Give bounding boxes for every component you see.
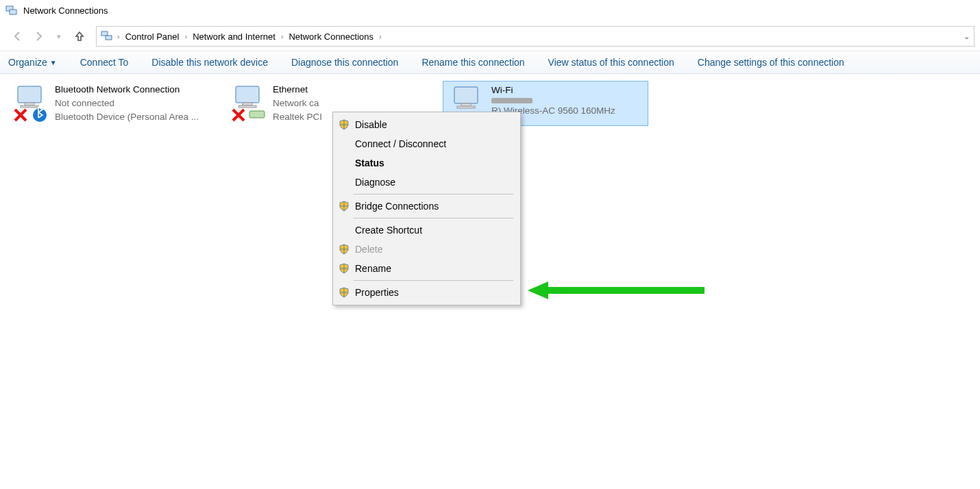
svg-rect-1 [10, 10, 16, 14]
context-menu-label: Rename [355, 263, 391, 274]
breadcrumb-bar[interactable]: › Control Panel › Network and Internet ›… [96, 26, 975, 47]
window-title: Network Connections [23, 5, 108, 16]
context-menu-label: Create Shortcut [355, 225, 422, 236]
disable-device-button[interactable]: Disable this network device [151, 57, 268, 68]
change-settings-button[interactable]: Change settings of this connection [698, 57, 844, 68]
title-bar: Network Connections [0, 0, 980, 22]
svg-rect-3 [106, 36, 112, 40]
context-menu-disable[interactable]: Disable [333, 115, 520, 134]
svg-rect-4 [18, 86, 41, 103]
breadcrumb-separator: › [116, 32, 121, 40]
uac-shield-icon [337, 244, 351, 255]
connection-name: Wi-Fi [491, 84, 615, 97]
context-menu-diagnose[interactable]: Diagnose [333, 173, 520, 192]
ethernet-connection-icon [229, 84, 267, 122]
annotation-arrow [528, 279, 706, 302]
context-menu-create-shortcut[interactable]: Create Shortcut [333, 221, 520, 240]
command-bar: Organize ▼ Connect To Disable this netwo… [0, 51, 980, 74]
context-menu-label: Delete [355, 244, 382, 255]
view-status-button[interactable]: View status of this connection [548, 57, 674, 68]
context-menu-delete: Delete [333, 240, 520, 259]
svg-rect-16 [454, 87, 478, 103]
connect-to-button[interactable]: Connect To [80, 57, 129, 68]
menu-separator [354, 194, 513, 195]
context-menu: Disable Connect / Disconnect Status Diag… [332, 112, 521, 305]
network-connections-icon [5, 5, 18, 17]
svg-marker-19 [528, 281, 705, 299]
context-menu-connect-disconnect[interactable]: Connect / Disconnect [333, 134, 520, 153]
address-row: ▾ › Control Panel › Network and Internet… [0, 22, 980, 51]
context-menu-rename[interactable]: Rename [333, 259, 520, 278]
connection-device: Bluetooth Device (Personal Area ... [55, 111, 199, 123]
svg-point-9 [33, 108, 47, 122]
context-menu-status[interactable]: Status [333, 153, 520, 173]
uac-shield-icon [337, 201, 351, 212]
uac-shield-icon [337, 287, 351, 298]
organize-label: Organize [8, 57, 47, 68]
connection-status [491, 98, 532, 103]
svg-rect-18 [457, 106, 475, 108]
network-folder-icon [101, 30, 113, 42]
menu-separator [354, 280, 513, 281]
recent-locations-button[interactable]: ▾ [49, 27, 69, 46]
context-menu-bridge[interactable]: Bridge Connections [333, 197, 520, 216]
breadcrumb-separator: › [183, 32, 188, 40]
breadcrumb-separator: › [378, 32, 383, 40]
connection-device: Realtek PCI [273, 111, 322, 123]
svg-rect-12 [238, 105, 256, 108]
diagnose-connection-button[interactable]: Diagnose this connection [291, 57, 398, 68]
nav-forward-button[interactable] [29, 27, 48, 46]
organize-menu[interactable]: Organize ▼ [8, 57, 57, 68]
connection-status: Network ca [273, 97, 322, 110]
context-menu-properties[interactable]: Properties [333, 283, 520, 302]
breadcrumb-separator: › [280, 32, 285, 40]
svg-rect-2 [101, 32, 108, 36]
context-menu-label: Status [355, 158, 384, 168]
uac-shield-icon [337, 119, 351, 130]
context-menu-label: Diagnose [355, 177, 395, 188]
svg-rect-17 [461, 103, 471, 106]
connection-text: Bluetooth Network Connection Not connect… [55, 84, 199, 124]
connection-name: Bluetooth Network Connection [55, 84, 199, 96]
breadcrumb-control-panel[interactable]: Control Panel [124, 32, 181, 42]
connection-item-bluetooth[interactable]: Bluetooth Network Connection Not connect… [7, 81, 212, 127]
menu-separator [354, 218, 513, 218]
svg-rect-5 [25, 103, 34, 105]
breadcrumb-dropdown-icon[interactable]: ⌄ [964, 32, 970, 41]
svg-rect-15 [249, 111, 265, 118]
nav-back-button[interactable] [8, 27, 27, 46]
connection-status: Not connected [55, 97, 199, 110]
nav-up-button[interactable] [70, 27, 89, 46]
svg-rect-10 [236, 86, 259, 103]
chevron-down-icon: ▼ [50, 59, 57, 66]
uac-shield-icon [337, 263, 351, 274]
context-menu-label: Properties [355, 287, 399, 298]
bluetooth-connection-icon [11, 84, 49, 122]
svg-rect-11 [243, 103, 252, 105]
rename-connection-button[interactable]: Rename this connection [421, 57, 524, 68]
connection-name: Ethernet [273, 84, 322, 96]
connection-text: Ethernet Network ca Realtek PCI [273, 84, 322, 124]
breadcrumb-network-internet[interactable]: Network and Internet [191, 32, 277, 42]
context-menu-label: Bridge Connections [355, 201, 439, 212]
context-menu-label: Disable [355, 119, 387, 130]
svg-rect-6 [21, 105, 38, 108]
breadcrumb-network-connections[interactable]: Network Connections [287, 32, 375, 42]
context-menu-label: Connect / Disconnect [355, 138, 446, 149]
